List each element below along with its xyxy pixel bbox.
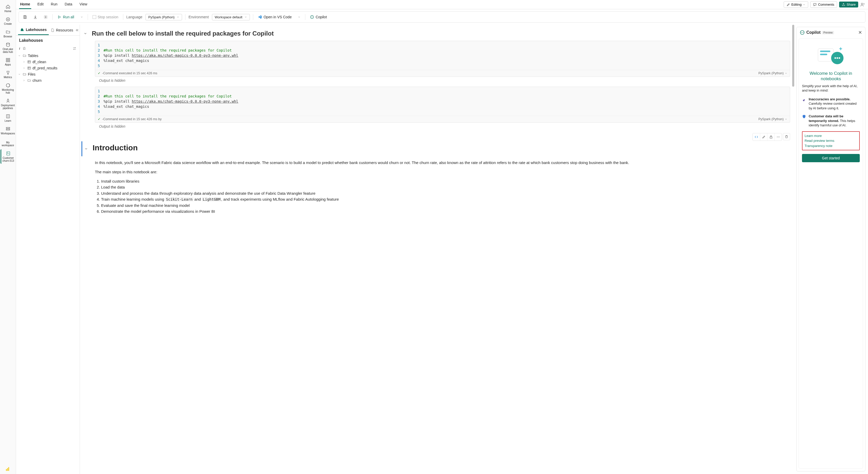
powerbi-icon[interactable]: [5, 467, 10, 472]
copilot-welcome-title: Welcome to Copilot in notebooks: [802, 71, 860, 82]
chevron-right-icon: [23, 79, 26, 82]
ribbon-tab-home[interactable]: Home: [19, 0, 31, 9]
rail-deployment[interactable]: Deployment pipelines: [1, 97, 16, 111]
ribbon-tab-data[interactable]: Data: [64, 0, 73, 9]
run-all-dropdown[interactable]: [79, 15, 85, 19]
get-started-button[interactable]: Get started: [802, 154, 860, 162]
search-value: r: [19, 46, 20, 51]
chevron-down-icon: [803, 3, 805, 6]
code-toggle-button[interactable]: [753, 133, 760, 140]
rail-onelake[interactable]: OneLake data hub: [1, 40, 16, 55]
comments-button[interactable]: Comments: [810, 1, 837, 8]
status-text: -Command executed in 15 sec 426 ms: [102, 71, 157, 75]
rail-label: Create: [4, 23, 11, 25]
run-all-label: Run all: [63, 15, 74, 19]
rail-label: Workspaces: [1, 132, 15, 135]
save-button[interactable]: [22, 14, 29, 20]
rail-learn[interactable]: Learn: [1, 112, 16, 124]
ribbon-tab-edit[interactable]: Edit: [36, 0, 44, 9]
collapse-section-icon[interactable]: [84, 32, 88, 35]
folder-icon: [23, 72, 26, 76]
collapse-panel-icon[interactable]: [75, 28, 79, 32]
people-icon[interactable]: [860, 2, 865, 7]
tree-files[interactable]: Files: [17, 71, 79, 77]
more-cell-button[interactable]: [774, 133, 782, 140]
tree-churn[interactable]: churn: [22, 77, 79, 84]
svg-point-23: [778, 137, 778, 137]
svg-point-18: [312, 17, 313, 17]
code-content[interactable]: #Run this cell to install the required p…: [103, 43, 787, 69]
list-item: Evaluate and save the final machine lear…: [101, 203, 790, 209]
code-cell[interactable]: 12345 #Run this cell to install the requ…: [95, 41, 790, 77]
explorer-tab-resources[interactable]: Resources: [49, 26, 75, 35]
intro-markdown: In this notebook, you'll see a Microsoft…: [95, 160, 790, 215]
edit-cell-button[interactable]: [760, 133, 767, 140]
collapse-section-icon[interactable]: [84, 147, 89, 151]
comment-icon: [813, 3, 817, 6]
tree-label: df_clean: [32, 60, 46, 64]
svg-point-34: [839, 57, 840, 59]
monitoring-icon: [5, 83, 10, 88]
svg-point-1: [6, 43, 9, 44]
copilot-notice: Inaccuracies are possible. Carefully rev…: [802, 97, 860, 110]
rail-customer-churn[interactable]: Customer churn-513: [1, 149, 16, 164]
rail-home[interactable]: Home: [1, 3, 16, 14]
notebook-area[interactable]: Run the cell below to install the requir…: [80, 25, 795, 474]
delete-cell-button[interactable]: [783, 133, 790, 140]
rail-my-workspace[interactable]: My workspace: [1, 139, 16, 148]
preview-terms-link[interactable]: Read preview terms: [805, 138, 857, 144]
code-cell[interactable]: 12345 #Run this cell to install the requ…: [95, 87, 790, 123]
rail-apps[interactable]: Apps: [1, 56, 16, 68]
editing-mode-dropdown[interactable]: Editing: [784, 1, 808, 8]
close-icon[interactable]: ✕: [858, 30, 862, 35]
copilot-title: Copilot: [806, 30, 820, 35]
stop-session-button[interactable]: Stop session: [91, 14, 120, 20]
settings-button[interactable]: [42, 14, 49, 20]
toolbar: Run all Stop session Language PySpark (P…: [19, 11, 865, 23]
vscode-icon: [258, 15, 262, 19]
stop-label: Stop session: [98, 15, 118, 19]
pin-icon[interactable]: [23, 47, 26, 50]
svg-rect-21: [770, 137, 772, 138]
rail-create[interactable]: Create: [1, 15, 16, 27]
vscode-dropdown[interactable]: [296, 15, 302, 19]
svg-rect-12: [7, 468, 8, 471]
swap-icon[interactable]: [72, 46, 76, 51]
home-icon: [5, 4, 10, 9]
environment-label: Environment: [188, 15, 209, 19]
tree-df-clean[interactable]: df_clean: [22, 59, 79, 65]
chevron-down-icon[interactable]: [785, 72, 787, 74]
environment-dropdown[interactable]: Workspace default: [212, 14, 250, 20]
language-dropdown[interactable]: PySpark (Python): [146, 14, 182, 20]
ribbon-tab-view[interactable]: View: [79, 0, 88, 9]
rail-browse[interactable]: Browse: [1, 28, 16, 39]
svg-point-16: [310, 15, 314, 19]
transparency-link[interactable]: Transparency note: [805, 144, 857, 149]
copilot-button[interactable]: Copilot: [308, 14, 329, 20]
code-content[interactable]: #Run this cell to install the required p…: [103, 89, 787, 115]
check-icon: ✓: [98, 117, 100, 121]
rail-workspaces[interactable]: Workspaces: [1, 125, 16, 136]
intro-paragraph: The main steps in this notebook are:: [95, 169, 790, 175]
share-button[interactable]: Share: [839, 2, 858, 7]
download-button[interactable]: [32, 14, 39, 20]
open-vscode-button[interactable]: Open in VS Code: [256, 14, 293, 20]
lock-cell-button[interactable]: [767, 133, 774, 140]
tree-tables[interactable]: Tables: [17, 53, 79, 59]
scrollbar[interactable]: [792, 25, 794, 87]
chevron-down-icon[interactable]: [785, 118, 787, 120]
learn-more-link[interactable]: Learn more: [805, 133, 857, 138]
cell-language[interactable]: PySpark (Python): [758, 117, 784, 121]
rail-label: OneLake data hub: [2, 48, 14, 53]
rail-metrics[interactable]: Metrics: [1, 69, 16, 80]
rail-monitoring[interactable]: Monitoring hub: [1, 81, 16, 96]
explorer-tab-lakehouses[interactable]: Lakehouses: [18, 25, 49, 35]
run-all-button[interactable]: Run all: [56, 14, 76, 20]
list-item: Understand and process the data through …: [101, 191, 790, 196]
document-icon: [51, 28, 54, 32]
cell-language[interactable]: PySpark (Python): [758, 71, 784, 75]
svg-rect-3: [8, 58, 9, 60]
ribbon-tab-run[interactable]: Run: [50, 0, 59, 9]
tree-df-pred[interactable]: df_pred_results: [22, 65, 79, 71]
chevron-right-icon: [23, 67, 26, 69]
